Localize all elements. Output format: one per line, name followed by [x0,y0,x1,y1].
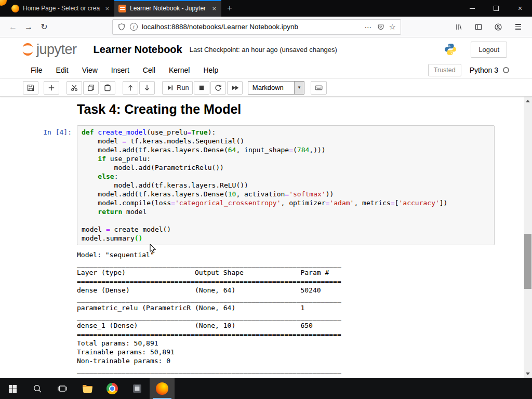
code-cell[interactable]: In [4]: def create_model(use_prelu=True)… [0,125,532,245]
search-button[interactable] [25,378,50,399]
library-icon [455,23,463,31]
paste-icon [103,84,112,92]
tab-close-icon[interactable]: × [211,5,217,12]
menu-item-edit[interactable]: Edit [49,66,75,74]
tab-learner-notebook[interactable]: Learner Notebook - Jupyter No × [114,0,221,17]
chevron-down-icon[interactable]: ▼ [294,82,304,94]
start-button[interactable] [0,378,25,399]
checkpoint-status: Last Checkpoint: an hour ago (unsaved ch… [190,46,337,54]
arrow-up-icon [126,84,135,92]
arrow-down-icon [143,84,151,92]
stop-icon [197,84,206,92]
window-controls: × [460,0,532,17]
save-button[interactable] [23,81,38,95]
fast-forward-icon [231,84,239,92]
minimize-button[interactable] [460,0,484,17]
tab-title: Learner Notebook - Jupyter No [130,5,207,12]
tab-close-icon[interactable]: × [104,5,110,12]
copy-cell-button[interactable] [83,81,99,95]
menubar-right: Trusted Python 3 [428,64,509,76]
firefox-button[interactable] [150,378,175,399]
menu-button[interactable] [510,19,526,35]
cut-cell-button[interactable] [66,81,82,95]
sidebar-icon [474,23,483,31]
jupyter-logo[interactable]: jupyter [21,42,77,58]
app-button[interactable] [125,378,150,399]
cell-type-select[interactable]: Markdown ▼ [248,81,304,95]
move-cell-down-button[interactable] [139,81,155,95]
account-button[interactable] [490,19,506,35]
menu-item-insert[interactable]: Insert [104,66,136,74]
account-icon [494,23,502,31]
notebook-content-area: Task 4: Creating the Model In [4]: def c… [0,97,532,378]
pocket-icon[interactable] [377,23,385,31]
triangle-down-icon [526,373,530,375]
reload-button[interactable]: ↻ [36,19,52,35]
trusted-badge[interactable]: Trusted [428,64,461,76]
kernel-name: Python 3 [470,66,498,74]
code-editor[interactable]: def create_model(use_prelu=True): model … [77,125,495,245]
notebook-toolbar: Run Markdown ▼ [0,79,532,97]
file-explorer-button[interactable] [75,378,100,399]
plus-icon [47,84,56,92]
cell-type-value: Markdown [248,82,294,94]
interrupt-kernel-button[interactable] [194,81,209,95]
site-info-icon[interactable]: i [130,23,138,31]
scrollbar-thumb[interactable] [524,234,531,289]
python-logo-icon [444,43,457,56]
url-text[interactable]: localhost:8888/notebooks/Learner Noteboo… [142,23,361,31]
firefox-favicon-icon [11,5,19,12]
sidebar-button[interactable] [471,19,486,35]
maximize-button[interactable] [484,0,508,17]
new-tab-button[interactable]: + [221,0,238,17]
tab-strip: Home Page - Select or create a × Learner… [7,0,238,17]
scroll-up-button[interactable] [524,97,532,105]
tab-home-page[interactable]: Home Page - Select or create a × [7,0,114,17]
bookmark-star-icon[interactable]: ☆ [389,22,396,32]
menu-item-kernel[interactable]: Kernel [162,66,196,74]
menu-item-view[interactable]: View [75,66,104,74]
page-actions-icon[interactable]: ⋯ [365,23,373,31]
restart-run-all-button[interactable] [227,81,243,95]
menu-item-file[interactable]: File [24,66,49,74]
forward-button[interactable]: → [21,19,36,35]
url-bar[interactable]: i localhost:8888/notebooks/Learner Noteb… [112,19,401,35]
run-icon [166,84,174,92]
hamburger-icon [514,24,522,30]
menu-item-cell[interactable]: Cell [136,66,162,74]
maximize-icon [494,6,499,11]
firefox-icon [156,382,168,395]
browser-titlebar: Home Page - Select or create a × Learner… [0,0,532,17]
browser-navbar: ← → ↻ i localhost:8888/notebooks/Learner… [0,17,532,37]
menu-item-help[interactable]: Help [196,66,225,74]
notebook-menubar: File Edit View Insert Cell Kernel Help T… [0,61,532,79]
back-button[interactable]: ← [5,19,21,35]
save-icon [26,84,35,92]
windows-taskbar [0,378,532,399]
close-button[interactable]: × [508,0,532,17]
jupyter-favicon-icon [118,5,126,12]
command-palette-button[interactable] [311,81,327,95]
move-cell-up-button[interactable] [123,81,138,95]
vertical-scrollbar[interactable] [524,97,532,378]
keyboard-icon [314,84,323,92]
tab-title: Home Page - Select or create a [23,5,100,12]
cell-output: Model: "sequential" ____________________… [77,250,532,374]
add-cell-button[interactable] [44,81,59,95]
navbar-right-icons [451,19,527,35]
mouse-cursor [150,244,157,254]
library-button[interactable] [451,19,467,35]
logout-button[interactable]: Logout [471,42,507,58]
chrome-button[interactable] [100,378,125,399]
header-right: Logout [444,42,507,58]
task-view-button[interactable] [50,378,75,399]
restart-kernel-button[interactable] [210,81,226,95]
notebook-title[interactable]: Learner Notebook [94,44,182,56]
run-button[interactable]: Run [162,81,193,95]
paste-cell-button[interactable] [100,81,115,95]
tracking-protection-shield-icon[interactable] [117,23,126,31]
chrome-icon [107,383,118,394]
app-window-icon [132,383,142,394]
markdown-heading[interactable]: Task 4: Creating the Model [77,102,532,117]
scroll-down-button[interactable] [524,369,532,378]
